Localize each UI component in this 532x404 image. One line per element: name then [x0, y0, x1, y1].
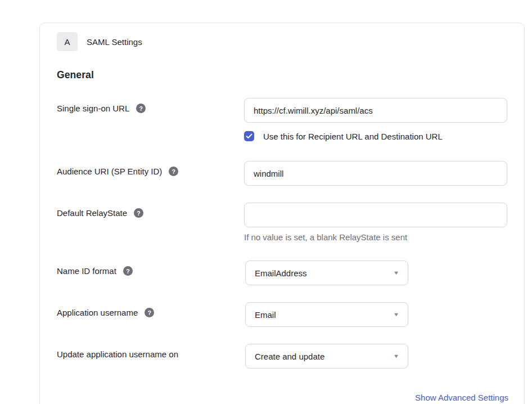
- control-col: Use this for Recipient URL and Destinati…: [244, 98, 507, 141]
- update-application-username-on-select[interactable]: Create and update ▼: [245, 344, 408, 369]
- single-sign-on-url-label: Single sign-on URL: [57, 104, 129, 113]
- chevron-down-icon: ▼: [393, 312, 400, 317]
- label-col: Name ID format ?: [57, 261, 245, 276]
- update-application-username-on-label: Update application username on: [57, 349, 178, 359]
- show-advanced-settings-link[interactable]: Show Advanced Settings: [415, 393, 508, 402]
- audience-uri-input[interactable]: [244, 161, 507, 186]
- relaystate-helper-text: If no value is set, a blank RelayState i…: [244, 232, 507, 242]
- label-col: Single sign-on URL ?: [57, 98, 244, 113]
- default-relaystate-input[interactable]: [244, 203, 507, 227]
- saml-settings-form: Single sign-on URL ? Use this for Recipi…: [57, 98, 507, 403]
- footer-row: Show Advanced Settings: [57, 393, 508, 403]
- help-icon[interactable]: ?: [123, 266, 133, 276]
- application-username-label: Application username: [57, 308, 138, 317]
- row-application-username: Application username ? Email ▼: [57, 302, 507, 327]
- checkmark-icon: [246, 133, 253, 139]
- label-col: Default RelayState ?: [57, 203, 244, 218]
- label-col: Application username ?: [57, 302, 245, 317]
- control-col: Create and update ▼: [245, 344, 408, 369]
- control-col: If no value is set, a blank RelayState i…: [244, 203, 507, 242]
- name-id-format-label: Name ID format: [57, 266, 116, 276]
- label-col: Audience URI (SP Entity ID) ?: [57, 161, 244, 176]
- row-audience-uri: Audience URI (SP Entity ID) ?: [57, 161, 507, 186]
- application-username-selected-value: Email: [255, 310, 276, 320]
- recipient-destination-checkbox-row: Use this for Recipient URL and Destinati…: [244, 131, 507, 141]
- row-default-relaystate: Default RelayState ? If no value is set,…: [57, 203, 507, 242]
- application-username-select[interactable]: Email ▼: [245, 302, 408, 327]
- chevron-down-icon: ▼: [393, 270, 400, 276]
- audience-uri-label: Audience URI (SP Entity ID): [57, 167, 162, 176]
- default-relaystate-label: Default RelayState: [57, 208, 127, 218]
- control-col: [244, 161, 507, 186]
- saml-settings-card: A SAML Settings General Single sign-on U…: [39, 23, 525, 404]
- section-title-general: General: [57, 69, 507, 81]
- help-icon[interactable]: ?: [169, 167, 178, 176]
- help-icon[interactable]: ?: [145, 308, 154, 317]
- chevron-down-icon: ▼: [393, 353, 400, 359]
- checkbox-checked[interactable]: [244, 131, 254, 141]
- control-col: Email ▼: [245, 302, 408, 327]
- card-header: A SAML Settings: [57, 32, 507, 51]
- help-icon[interactable]: ?: [136, 104, 146, 113]
- row-name-id-format: Name ID format ? EmailAddress ▼: [57, 261, 507, 285]
- recipient-destination-checkbox-label[interactable]: Use this for Recipient URL and Destinati…: [263, 132, 443, 141]
- help-icon[interactable]: ?: [134, 208, 143, 218]
- control-col: EmailAddress ▼: [245, 261, 408, 285]
- name-id-format-selected-value: EmailAddress: [255, 268, 307, 278]
- label-col: Update application username on: [57, 344, 245, 359]
- row-single-sign-on-url: Single sign-on URL ? Use this for Recipi…: [57, 98, 507, 141]
- step-badge: A: [57, 32, 78, 51]
- card-title: SAML Settings: [87, 37, 142, 47]
- row-update-application-username-on: Update application username on Create an…: [57, 344, 507, 369]
- name-id-format-select[interactable]: EmailAddress ▼: [245, 261, 408, 285]
- update-application-username-on-selected-value: Create and update: [255, 352, 324, 361]
- single-sign-on-url-input[interactable]: [244, 98, 507, 123]
